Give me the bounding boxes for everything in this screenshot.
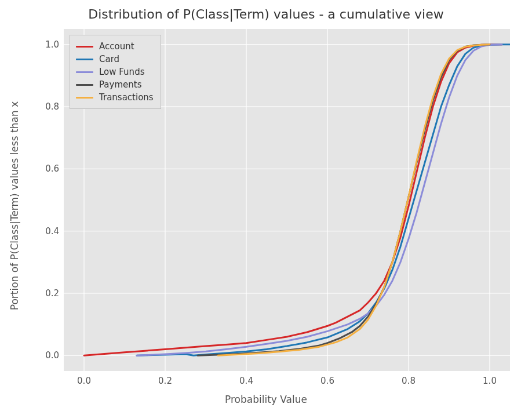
legend-swatch xyxy=(76,59,93,60)
y-axis-label: Portion of P(Class|Term) values less tha… xyxy=(9,101,20,310)
legend-item: Payments xyxy=(76,78,154,91)
legend-label: Transactions xyxy=(99,92,154,103)
y-axis-label-container: Portion of P(Class|Term) values less tha… xyxy=(8,0,21,411)
x-tick-label: 0.6 xyxy=(320,376,334,386)
series-line xyxy=(218,45,490,355)
x-tick-label: 0.8 xyxy=(402,376,416,386)
legend-swatch xyxy=(76,71,93,73)
legend-label: Account xyxy=(99,41,134,52)
y-tick-label: 0.4 xyxy=(36,226,59,237)
y-tick-label: 0.2 xyxy=(36,288,59,299)
series-line xyxy=(137,45,510,355)
legend-label: Payments xyxy=(99,79,141,90)
legend-item: Card xyxy=(76,53,154,66)
y-tick-label: 0.8 xyxy=(36,101,59,112)
legend-label: Low Funds xyxy=(99,67,144,77)
y-tick-label: 1.0 xyxy=(36,39,59,50)
legend-item: Transactions xyxy=(76,91,154,104)
x-tick-label: 1.0 xyxy=(483,376,497,386)
y-tick-label: 0.6 xyxy=(36,163,59,174)
y-tick-label: 0.0 xyxy=(36,350,59,361)
legend-label: Card xyxy=(99,54,119,64)
x-tick-label: 0.2 xyxy=(158,376,172,386)
x-tick-label: 0.4 xyxy=(239,376,253,386)
legend-item: Low Funds xyxy=(76,66,154,78)
plot-area: 0.00.20.40.60.81.0 0.00.20.40.60.81.0 Ac… xyxy=(64,29,510,371)
legend-swatch xyxy=(76,84,93,86)
legend-item: Account xyxy=(76,40,154,53)
legend-swatch xyxy=(76,97,93,99)
x-tick-label: 0.0 xyxy=(77,376,91,386)
legend: AccountCardLow FundsPaymentsTransactions xyxy=(70,35,161,109)
chart-title: Distribution of P(Class|Term) values - a… xyxy=(0,7,532,21)
chart-container: Distribution of P(Class|Term) values - a… xyxy=(0,0,532,411)
legend-swatch xyxy=(76,46,93,48)
x-axis-label: Probability Value xyxy=(0,394,532,405)
